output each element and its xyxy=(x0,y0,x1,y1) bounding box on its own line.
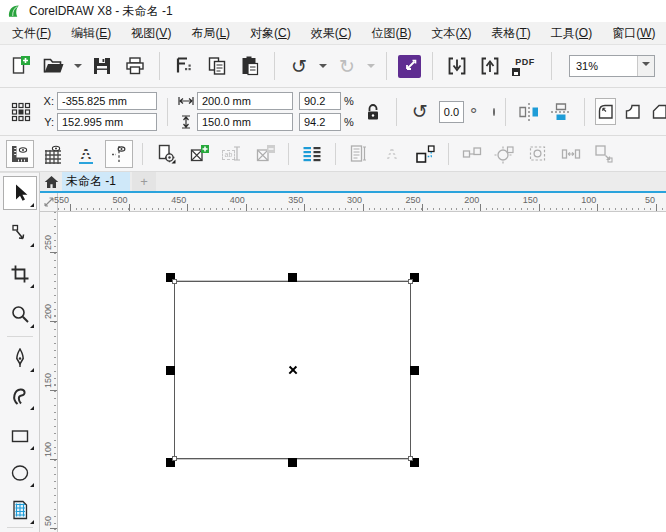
open-icon[interactable] xyxy=(41,53,67,79)
drawing-canvas[interactable] xyxy=(58,212,666,532)
delete-page-icon xyxy=(251,140,279,168)
print-icon[interactable] xyxy=(122,53,148,79)
menu-item-位图[interactable]: 位图(B) xyxy=(361,22,421,45)
h-ruler-label: 100 xyxy=(564,195,596,205)
window-title: CorelDRAW X8 - 未命名 -1 xyxy=(29,3,173,20)
toolbar-separator xyxy=(396,98,397,126)
round-corner-button[interactable] xyxy=(595,98,616,125)
menu-item-文本[interactable]: 文本(X) xyxy=(421,22,481,45)
chamfered-corner-button[interactable] xyxy=(649,98,666,125)
mirror-horizontal-icon[interactable] xyxy=(516,99,542,125)
copy-icon[interactable] xyxy=(204,53,230,79)
x-position-field[interactable]: -355.825 mm xyxy=(57,92,157,110)
object-position-icon xyxy=(8,99,34,125)
selection-handle-middle-right[interactable] xyxy=(410,366,419,375)
h-ruler-label: 350 xyxy=(271,195,303,205)
launcher-icon[interactable] xyxy=(398,55,421,78)
home-icon[interactable] xyxy=(40,172,62,191)
object-width-field[interactable]: 200.0 mm xyxy=(197,92,293,110)
publish-pdf-icon[interactable]: PDF xyxy=(510,57,540,76)
cut-icon[interactable] xyxy=(171,53,197,79)
horizontal-ruler[interactable]: 55050045040035030025020015010050 xyxy=(58,193,666,212)
bounding-box-icon xyxy=(524,140,552,168)
x-label: X: xyxy=(40,95,54,107)
selection-handle-middle-left[interactable] xyxy=(166,366,175,375)
menu-item-窗口[interactable]: 窗口(W) xyxy=(602,22,665,45)
percent-label: % xyxy=(344,116,354,128)
selection-handle-bottom-center[interactable] xyxy=(288,458,297,467)
undo-dropdown[interactable] xyxy=(319,64,327,72)
zoom-tool[interactable] xyxy=(4,298,36,330)
alignment-guides-icon[interactable] xyxy=(298,140,326,168)
undo-icon[interactable]: ↺ xyxy=(286,53,312,79)
bspline-tool[interactable] xyxy=(4,380,36,412)
h-ruler-label: 550 xyxy=(37,195,69,205)
open-dropdown[interactable] xyxy=(74,64,82,72)
zoom-level-dropdown[interactable] xyxy=(637,56,654,76)
h-ruler-label: 300 xyxy=(330,195,362,205)
crop-tool[interactable] xyxy=(4,258,36,290)
paste-icon[interactable] xyxy=(237,53,263,79)
rotation-angle-field[interactable]: 0.0 xyxy=(439,101,464,123)
pick-tool[interactable] xyxy=(3,176,37,210)
menu-item-视图[interactable]: 视图(V) xyxy=(121,22,181,45)
export-icon[interactable] xyxy=(477,53,503,79)
object-height-field[interactable]: 150.0 mm xyxy=(197,113,293,131)
import-icon[interactable] xyxy=(444,53,470,79)
corner-node[interactable] xyxy=(172,456,177,461)
coreldraw-window: CorelDRAW X8 - 未命名 -1 文件(F)编辑(E)视图(V)布局(… xyxy=(0,0,666,532)
zoom-level-value[interactable]: 31% xyxy=(570,56,637,76)
save-icon[interactable] xyxy=(89,53,115,79)
h-ruler-label: 500 xyxy=(96,195,128,205)
title-bar: CorelDRAW X8 - 未命名 -1 xyxy=(0,0,666,22)
mirror-vertical-icon[interactable] xyxy=(548,99,574,125)
v-ruler-label: 100 xyxy=(43,442,53,457)
object-height-icon xyxy=(178,115,194,129)
shape-tool[interactable] xyxy=(4,217,36,249)
menu-item-效果[interactable]: 效果(C) xyxy=(301,22,362,45)
toolbar-separator xyxy=(142,143,143,165)
scale-lock-icon[interactable] xyxy=(360,99,386,125)
new-document-icon[interactable] xyxy=(8,53,34,79)
coreldraw-logo-icon xyxy=(6,4,21,19)
corner-node[interactable] xyxy=(408,279,413,284)
h-ruler-label: 250 xyxy=(389,195,421,205)
menu-item-表格[interactable]: 表格(T) xyxy=(481,22,540,45)
scale-horizontal-field[interactable]: 90.2 xyxy=(299,92,341,110)
y-position-field[interactable]: 152.995 mm xyxy=(57,113,157,131)
show-grid-icon[interactable] xyxy=(39,140,67,168)
corner-node[interactable] xyxy=(172,279,177,284)
menu-item-对象[interactable]: 对象(C) xyxy=(240,22,301,45)
selected-rectangle[interactable] xyxy=(174,281,411,459)
h-ruler-label: 200 xyxy=(447,195,479,205)
show-baseline-grid-icon[interactable]: A xyxy=(72,140,100,168)
new-tab-button[interactable]: + xyxy=(132,172,156,191)
toolbar-separator xyxy=(159,52,160,80)
v-ruler-tick xyxy=(50,321,57,322)
rectangle-tool[interactable] xyxy=(4,420,36,452)
h-ruler-tick xyxy=(656,204,657,211)
show-rulers-icon[interactable] xyxy=(6,140,34,168)
document-tab[interactable]: 未命名 -1 xyxy=(62,172,130,191)
object-center-marker[interactable] xyxy=(288,365,298,375)
show-guidelines-icon[interactable] xyxy=(105,140,133,168)
v-ruler-label: 150 xyxy=(43,373,53,388)
selection-handle-top-center[interactable] xyxy=(288,273,297,282)
menu-item-编辑[interactable]: 编辑(E) xyxy=(61,22,121,45)
scale-vertical-field[interactable]: 94.2 xyxy=(299,113,341,131)
vertical-ruler[interactable]: 25020015010050 xyxy=(40,212,58,532)
pen-tool[interactable] xyxy=(4,342,36,374)
percent-label: % xyxy=(344,95,354,107)
graph-paper-tool[interactable] xyxy=(4,494,36,526)
scalloped-corner-button[interactable] xyxy=(622,98,643,125)
ellipse-tool[interactable] xyxy=(4,457,36,489)
menu-item-文件[interactable]: 文件(F) xyxy=(2,22,61,45)
corner-node[interactable] xyxy=(408,456,413,461)
zoom-level-combobox[interactable]: 31% xyxy=(569,55,655,77)
menu-item-布局[interactable]: 布局(L) xyxy=(181,22,240,45)
page-settings-icon[interactable] xyxy=(152,140,180,168)
menu-item-工具[interactable]: 工具(O) xyxy=(541,22,602,45)
snap-to-icon[interactable] xyxy=(411,140,439,168)
add-page-icon[interactable] xyxy=(185,140,213,168)
degree-ring-icon xyxy=(493,108,495,116)
